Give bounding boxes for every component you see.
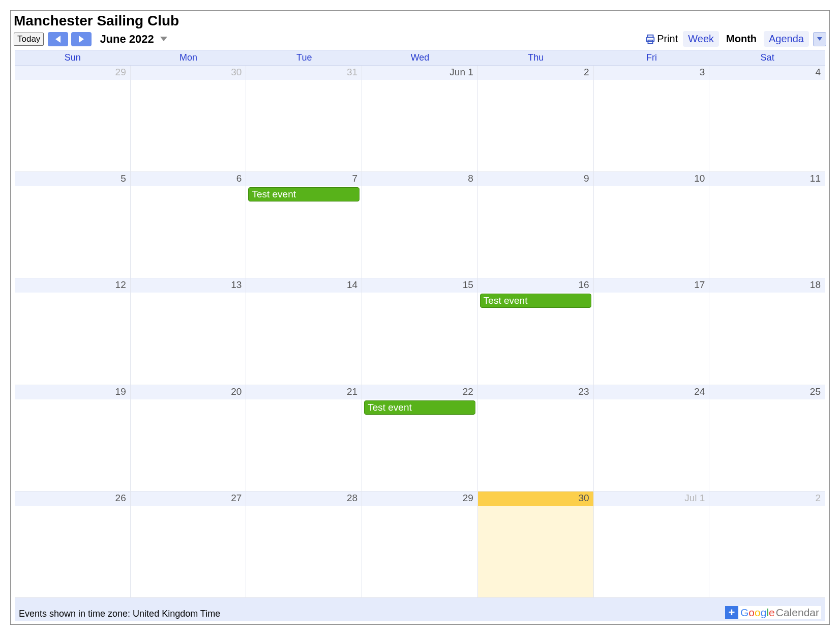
day-cell[interactable]: 3 (594, 66, 710, 172)
chevron-right-icon (78, 36, 84, 43)
toolbar: Today June 2022 Print Week Month Agenda (11, 31, 829, 50)
dow-mon: Mon (131, 50, 247, 65)
google-calendar-link[interactable]: + Google Calendar (725, 606, 821, 619)
date-label: 8 (362, 172, 477, 186)
date-label: 29 (362, 492, 477, 506)
event-chip[interactable]: Test event (480, 294, 591, 308)
date-label: 12 (15, 278, 130, 293)
print-button[interactable]: Print (645, 33, 678, 45)
event-chip[interactable]: Test event (364, 400, 475, 415)
google-logo-text: Google (740, 607, 775, 619)
day-cell[interactable]: 13 (131, 278, 247, 385)
date-label: 24 (594, 385, 709, 399)
month-picker[interactable]: June 2022 (100, 33, 167, 46)
date-label: 18 (709, 278, 825, 293)
day-cell[interactable]: 7Test event (246, 172, 362, 278)
day-cell[interactable]: 19 (15, 385, 131, 492)
date-label: 30 (131, 66, 246, 80)
dropdown-icon (817, 37, 822, 41)
date-label: 6 (131, 172, 246, 186)
event-chip[interactable]: Test event (248, 187, 359, 201)
day-of-week-header: SunMonTueWedThuFriSat (15, 50, 825, 66)
day-cell[interactable]: 11 (709, 172, 825, 278)
today-button[interactable]: Today (14, 33, 44, 46)
dow-thu: Thu (478, 50, 594, 65)
calendar-menu-button[interactable] (813, 32, 826, 46)
date-label: 30 (478, 492, 593, 506)
day-cell[interactable]: 27 (131, 492, 247, 598)
date-label: 5 (15, 172, 130, 186)
date-label: 29 (15, 66, 130, 80)
dow-wed: Wed (362, 50, 478, 65)
date-label: 13 (131, 278, 246, 293)
date-label: 22 (362, 385, 477, 399)
day-cell[interactable]: 14 (246, 278, 362, 385)
tab-month[interactable]: Month (721, 31, 762, 47)
day-cell[interactable]: 9 (478, 172, 594, 278)
svg-marker-0 (55, 36, 61, 43)
footer: Events shown in time zone: United Kingdo… (15, 598, 825, 621)
day-cell[interactable]: 17 (594, 278, 710, 385)
date-label: 27 (131, 492, 246, 506)
day-cell[interactable]: 22Test event (362, 385, 478, 492)
svg-marker-1 (79, 36, 84, 43)
toolbar-right: Print Week Month Agenda (645, 31, 826, 47)
day-cell[interactable]: 10 (594, 172, 710, 278)
date-label: 23 (478, 385, 593, 399)
date-label: Jun 1 (362, 66, 477, 80)
date-label: 10 (594, 172, 709, 186)
day-cell[interactable]: Jun 1 (362, 66, 478, 172)
month-grid: 293031Jun 1234567Test event8910111213141… (15, 66, 825, 598)
day-cell[interactable]: 12 (15, 278, 131, 385)
tab-agenda[interactable]: Agenda (764, 31, 809, 47)
day-cell[interactable]: 4 (709, 66, 825, 172)
day-cell[interactable]: 23 (478, 385, 594, 492)
day-cell[interactable]: 30 (478, 492, 594, 598)
date-label: 9 (478, 172, 593, 186)
dow-fri: Fri (594, 50, 710, 65)
print-label: Print (657, 33, 678, 45)
day-cell[interactable]: 28 (246, 492, 362, 598)
next-button[interactable] (71, 32, 92, 46)
date-label: 31 (246, 66, 362, 80)
day-cell[interactable]: 24 (594, 385, 710, 492)
date-label: 11 (709, 172, 825, 186)
day-cell[interactable]: 16Test event (478, 278, 594, 385)
tab-week[interactable]: Week (683, 31, 719, 47)
day-cell[interactable]: 6 (131, 172, 247, 278)
day-cell[interactable]: 20 (131, 385, 247, 492)
day-cell[interactable]: 8 (362, 172, 478, 278)
date-label: 28 (246, 492, 362, 506)
date-label: 2 (709, 492, 825, 506)
plus-icon: + (725, 606, 738, 619)
calendar-text: Calendar (776, 607, 819, 619)
day-cell[interactable]: 29 (15, 66, 131, 172)
day-cell[interactable]: 31 (246, 66, 362, 172)
date-label: 14 (246, 278, 362, 293)
day-cell[interactable]: 5 (15, 172, 131, 278)
day-cell[interactable]: 25 (709, 385, 825, 492)
dow-tue: Tue (246, 50, 362, 65)
calendar-title: Manchester Sailing Club (11, 11, 829, 31)
date-label: 21 (246, 385, 362, 399)
day-cell[interactable]: 30 (131, 66, 247, 172)
date-label: 7 (246, 172, 362, 186)
date-label: 17 (594, 278, 709, 293)
day-cell[interactable]: 29 (362, 492, 478, 598)
day-cell[interactable]: Jul 1 (594, 492, 710, 598)
date-label: 25 (709, 385, 825, 399)
month-label-text: June 2022 (100, 33, 154, 46)
printer-icon (645, 34, 656, 45)
day-cell[interactable]: 26 (15, 492, 131, 598)
day-cell[interactable]: 18 (709, 278, 825, 385)
day-cell[interactable]: 2 (709, 492, 825, 598)
day-cell[interactable]: 21 (246, 385, 362, 492)
day-cell[interactable]: 2 (478, 66, 594, 172)
calendar-frame: Manchester Sailing Club Today June 2022 … (10, 10, 830, 625)
date-label: Jul 1 (594, 492, 709, 506)
date-label: 19 (15, 385, 130, 399)
dow-sat: Sat (709, 50, 825, 65)
dow-sun: Sun (15, 50, 131, 65)
day-cell[interactable]: 15 (362, 278, 478, 385)
prev-button[interactable] (48, 32, 68, 46)
